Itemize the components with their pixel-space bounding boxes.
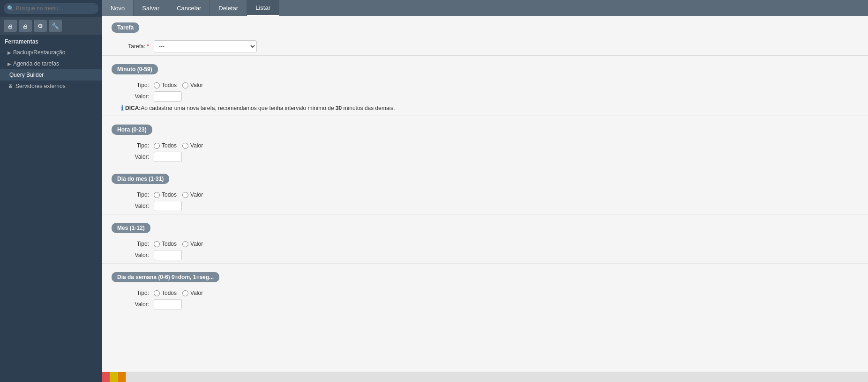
hora-todos-radio[interactable] [154, 143, 160, 149]
dia-semana-tipo-label: Tipo: [121, 290, 149, 296]
sidebar: 🔍 🖨 🖨 ⚙ 🔧 Ferramentas ▶ Backup/Restauraç… [0, 0, 102, 382]
statusbar [102, 372, 868, 382]
tip-text-after: minutos das demais. [342, 105, 395, 111]
dia-semana-todos-radio[interactable] [154, 290, 160, 296]
divider [102, 165, 868, 165]
divider [102, 116, 868, 116]
dia-mes-todos-label: Todos [162, 191, 177, 198]
dia-semana-section-header: Dia da semana (0-6) 0=dom, 1=seg... [112, 272, 219, 282]
tarefa-label: Tarefa: * [121, 43, 149, 50]
sidebar-item-label: Query Builder [9, 72, 44, 78]
dia-mes-valor-field-label: Valor: [121, 203, 149, 209]
dia-semana-valor-input[interactable] [154, 299, 182, 309]
wrench-button[interactable]: 🔧 [49, 20, 62, 32]
mes-valor-field-label: Valor: [121, 252, 149, 258]
dia-mes-section: Dia do mes (1-31) Tipo: Todos Valor Valo… [102, 167, 868, 211]
sidebar-section-title: Ferramentas [0, 35, 102, 47]
tip-bold-value: 30 [336, 105, 342, 111]
dia-mes-todos-option[interactable]: Todos [154, 191, 177, 198]
share-button[interactable]: ⚙ [34, 20, 47, 32]
dia-semana-valor-row: Valor: [102, 299, 868, 309]
dia-mes-valor-radio[interactable] [182, 192, 188, 198]
mes-valor-radio[interactable] [182, 241, 188, 247]
hora-valor-row: Valor: [102, 152, 868, 162]
sidebar-item-label: Servidores externos [15, 83, 66, 89]
tip-text: DICA:Ao cadastrar uma nova tarefa, recom… [125, 105, 395, 111]
mes-tipo-radios: Todos Valor [154, 241, 203, 247]
mes-valor-label: Valor [190, 241, 203, 247]
dia-mes-valor-option[interactable]: Valor [182, 191, 203, 198]
mes-valor-input[interactable] [154, 250, 182, 260]
mes-tipo-label: Tipo: [121, 241, 149, 247]
main-area: Novo Salvar Cancelar Deletar Listar Tare… [102, 0, 868, 382]
tarefa-select[interactable]: --- [154, 40, 257, 52]
sidebar-nav: Ferramentas ▶ Backup/Restauração ▶ Agend… [0, 35, 102, 382]
dia-semana-tipo-radios: Todos Valor [154, 290, 203, 296]
tip-text-before: Ao cadastrar uma nova tarefa, recomendam… [141, 105, 336, 111]
minuto-valor-row: Valor: [102, 91, 868, 102]
tip-row: ℹ DICA:Ao cadastrar uma nova tarefa, rec… [102, 104, 868, 112]
sidebar-item-label: Backup/Restauração [13, 49, 65, 56]
tip-dica-label: DICA: [125, 105, 141, 111]
dia-semana-valor-label: Valor [190, 290, 203, 296]
cancelar-button[interactable]: Cancelar [168, 0, 210, 16]
minuto-section-header: Minuto (0-59) [112, 64, 158, 74]
minuto-todos-radio[interactable] [154, 82, 160, 88]
dia-semana-todos-option[interactable]: Todos [154, 290, 177, 296]
listar-button[interactable]: Listar [247, 0, 279, 16]
server-icon: 🖥 [7, 83, 13, 89]
arrow-icon: ▶ [7, 50, 11, 55]
status-segment-red [102, 372, 110, 382]
print2-button[interactable]: 🖨 [19, 20, 32, 32]
mes-todos-radio[interactable] [154, 241, 160, 247]
hora-valor-label: Valor [190, 142, 203, 149]
minuto-valor-radio[interactable] [182, 82, 188, 88]
mes-todos-option[interactable]: Todos [154, 241, 177, 247]
minuto-tipo-label: Tipo: [121, 82, 149, 88]
minuto-valor-field-label: Valor: [121, 93, 149, 100]
minuto-tipo-row: Tipo: Todos Valor [102, 82, 868, 88]
dia-mes-tipo-radios: Todos Valor [154, 191, 203, 198]
minuto-tipo-radios: Todos Valor [154, 82, 203, 88]
search-input[interactable] [4, 3, 98, 14]
minuto-valor-option[interactable]: Valor [182, 82, 203, 88]
dia-mes-valor-row: Valor: [102, 201, 868, 211]
tarefa-row: Tarefa: * --- [102, 40, 868, 52]
dia-mes-tipo-label: Tipo: [121, 191, 149, 198]
minuto-valor-input[interactable] [154, 91, 182, 102]
mes-valor-row: Valor: [102, 250, 868, 260]
hora-valor-input[interactable] [154, 152, 182, 162]
hora-valor-option[interactable]: Valor [182, 142, 203, 149]
tarefa-section: Tarefa Tarefa: * --- [102, 16, 868, 52]
novo-button[interactable]: Novo [102, 0, 134, 16]
hora-todos-option[interactable]: Todos [154, 142, 177, 149]
sidebar-item-label: Agenda de tarefas [13, 60, 59, 67]
mes-section-header: Mes (1-12) [112, 223, 150, 233]
mes-valor-option[interactable]: Valor [182, 241, 203, 247]
dia-mes-todos-radio[interactable] [154, 192, 160, 198]
dia-semana-valor-option[interactable]: Valor [182, 290, 203, 296]
sidebar-item-query[interactable]: Query Builder [0, 69, 102, 81]
salvar-button[interactable]: Salvar [134, 0, 168, 16]
print-button[interactable]: 🖨 [4, 20, 17, 32]
dia-semana-todos-label: Todos [162, 290, 177, 296]
sidebar-item-agenda[interactable]: ▶ Agenda de tarefas [0, 58, 102, 69]
search-bar: 🔍 [0, 0, 102, 17]
hora-valor-radio[interactable] [182, 143, 188, 149]
search-icon: 🔍 [7, 5, 14, 12]
dia-mes-valor-input[interactable] [154, 201, 182, 211]
tarefa-section-header: Tarefa [112, 22, 139, 33]
dia-semana-valor-field-label: Valor: [121, 301, 149, 308]
sidebar-item-backup[interactable]: ▶ Backup/Restauração [0, 47, 102, 58]
minuto-todos-label: Todos [162, 82, 177, 88]
deletar-button[interactable]: Deletar [210, 0, 247, 16]
dia-mes-tipo-row: Tipo: Todos Valor [102, 191, 868, 198]
dia-semana-valor-radio[interactable] [182, 290, 188, 296]
hora-tipo-label: Tipo: [121, 142, 149, 149]
status-segment-yellow [110, 372, 118, 382]
minuto-todos-option[interactable]: Todos [154, 82, 177, 88]
arrow-icon: ▶ [7, 61, 11, 66]
hora-valor-field-label: Valor: [121, 154, 149, 160]
mes-section: Mes (1-12) Tipo: Todos Valor Valor: [102, 216, 868, 260]
sidebar-item-servers[interactable]: 🖥 Servidores externos [0, 81, 102, 92]
